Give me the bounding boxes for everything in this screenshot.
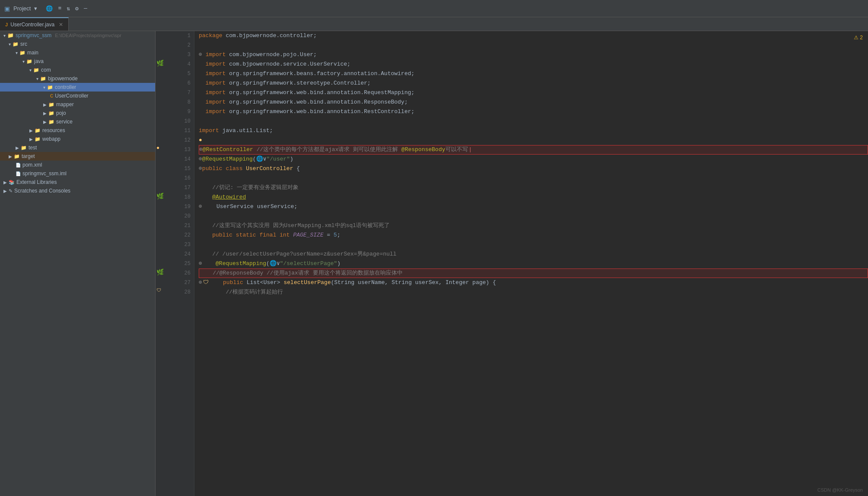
code-content[interactable]: package com.bjpowernode.controller; ⊕ im… (194, 31, 868, 496)
gutter-spring-19: 🌿 (156, 193, 164, 200)
line-num-25: 25 (173, 259, 191, 269)
tool-icon-3[interactable]: ⇅ (67, 5, 70, 12)
line-num-22: 22 (173, 231, 191, 240)
arrow-icon: ▶ (29, 128, 33, 133)
sidebar-item-scratches[interactable]: ▶ ✎ Scratches and Consoles (0, 186, 155, 195)
arrow-icon: ▶ (43, 111, 47, 116)
code-line-20 (199, 212, 868, 221)
toolbar-icons: 🌐 ≡ ⇅ ⚙ — (46, 5, 87, 12)
bjpowernode-label: bjpowernode (48, 76, 78, 82)
line-num-10: 10 (173, 117, 191, 126)
code-line-24: // /user/selectUserPage?userName=z&userS… (199, 250, 868, 259)
project-path: E:\IDEA\Projects\springmvc\spr (55, 33, 121, 38)
line-numbers: 1 2 3 4 5 6 7 8 9 10 11 12 13 14 15 16 1… (173, 31, 194, 496)
xml-icon: 📄 (16, 163, 21, 167)
project-label: Project (13, 5, 31, 12)
sidebar-item-controller[interactable]: ▾ 📁 controller (0, 83, 155, 92)
java-label: java (34, 58, 44, 64)
sidebar-item-mapper[interactable]: ▶ 📁 mapper (0, 100, 155, 109)
project-icon: ▣ (4, 5, 10, 12)
tool-icon-2[interactable]: ≡ (58, 5, 61, 12)
code-line-26: //@ResponseBody //使用ajax请求 要用这个将返回的数据放在响… (199, 269, 868, 278)
code-line-10 (199, 117, 868, 126)
sidebar-item-project[interactable]: ▾ 📁 springmvc_ssm E:\IDEA\Projects\sprin… (0, 31, 155, 40)
tool-icon-5[interactable]: — (84, 5, 87, 12)
sidebar-item-com[interactable]: ▾ 📁 com (0, 66, 155, 74)
sidebar-item-webapp[interactable]: ▶ 📁 webapp (0, 135, 155, 143)
sidebar-item-external-libraries[interactable]: ▶ 📚 External Libraries (0, 178, 155, 186)
arrow-icon: ▶ (9, 154, 12, 159)
arrow-icon: ▾ (43, 85, 45, 90)
code-line-18: @Autowired (199, 193, 868, 202)
target-label: target (22, 153, 35, 159)
gutter: 🌿 ● 🌿 🌿 🛡 (156, 31, 173, 496)
arrow-icon: ▶ (16, 145, 19, 150)
code-line-22: public static final int PAGE_SIZE = 5; (199, 231, 868, 240)
watermark: CSDN @KK-Greyson (817, 487, 863, 493)
code-line-15: ⊕public class UserController { (199, 164, 868, 174)
line-num-5: 5 (173, 69, 191, 79)
code-line-27: ⊕🛡 public List<User> selectUserPage(Stri… (199, 278, 868, 287)
code-area[interactable]: 🌿 ● 🌿 🌿 🛡 1 2 3 4 5 6 7 8 9 10 11 12 1 (156, 31, 868, 496)
folder-icon: 📁 (48, 102, 54, 107)
usercontroller-label: UserController (55, 93, 88, 99)
line-num-9: 9 (173, 107, 191, 117)
arrow-icon: ▾ (36, 76, 38, 81)
java-class-icon: C (50, 94, 53, 98)
arrow-down-icon: ▾ (3, 33, 6, 38)
java-file-icon: J (5, 22, 8, 27)
sidebar-item-usercontroller[interactable]: C UserController (0, 92, 155, 100)
line-num-19: 19 (173, 202, 191, 212)
sidebar-item-src[interactable]: ▾ 📁 src (0, 40, 155, 48)
line-num-7: 7 (173, 88, 191, 98)
tab-usercontroller[interactable]: J UserController.java ✕ (0, 17, 69, 31)
controller-label: controller (55, 84, 76, 90)
top-bar: ▣ Project ▾ 🌐 ≡ ⇅ ⚙ — (0, 0, 868, 17)
main-label: main (27, 50, 38, 56)
close-tab-icon[interactable]: ✕ (59, 22, 63, 28)
mapper-label: mapper (56, 101, 74, 107)
tool-icon-4[interactable]: ⚙ (75, 5, 79, 12)
arrow-icon: ▾ (9, 42, 11, 47)
code-line-23 (199, 240, 868, 250)
code-line-3: ⊕ import com.bjpowernode.pojo.User; (199, 50, 868, 60)
sidebar-item-resources[interactable]: ▶ 📁 resources (0, 126, 155, 135)
sidebar-item-iml[interactable]: 📄 springmvc_ssm.iml (0, 169, 155, 178)
sidebar-item-test[interactable]: ▶ 📁 test (0, 143, 155, 152)
sidebar-item-java[interactable]: ▾ 📁 java (0, 57, 155, 66)
folder-icon: 📁 (35, 136, 41, 142)
code-line-21: //这里写这个其实没用 因为UserMapping.xml中的sql语句被写死了 (199, 221, 868, 231)
code-line-6: import org.springframework.stereotype.Co… (199, 79, 868, 88)
line-num-21: 21 (173, 221, 191, 231)
line-num-12: 12 (173, 136, 191, 145)
watermark-text: CSDN @KK-Greyson (817, 487, 863, 493)
code-line-8: import org.springframework.web.bind.anno… (199, 98, 868, 107)
com-label: com (41, 67, 51, 73)
sidebar-item-service[interactable]: ▶ 📁 service (0, 117, 155, 126)
line-num-18: 18 (173, 193, 191, 202)
code-line-25: ⊕ @RequestMapping(🌐∨"/selectUserPage") (199, 259, 868, 269)
code-line-5: import org.springframework.beans.factory… (199, 69, 868, 79)
sidebar-item-bjpowernode[interactable]: ▾ 📁 bjpowernode (0, 74, 155, 83)
tab-bar: J UserController.java ✕ (0, 17, 868, 31)
external-libraries-label: External Libraries (16, 179, 57, 185)
code-line-9: import org.springframework.web.bind.anno… (199, 107, 868, 117)
sidebar-item-pomxml[interactable]: 📄 pom.xml (0, 161, 155, 169)
line-num-11: 11 (173, 126, 191, 136)
arrow-icon: ▾ (16, 51, 18, 55)
sidebar-item-pojo[interactable]: ▶ 📁 pojo (0, 109, 155, 117)
line-num-4: 4 (173, 60, 191, 69)
line-num-28: 28 (173, 287, 191, 297)
scratch-icon: ✎ (9, 188, 13, 194)
dropdown-icon[interactable]: ▾ (34, 5, 37, 12)
code-line-16 (199, 174, 868, 183)
folder-icon: 📁 (13, 41, 19, 47)
code-line-19: ⊕ UserService userService; (199, 202, 868, 212)
sidebar-item-main[interactable]: ▾ 📁 main (0, 48, 155, 57)
sidebar-item-target[interactable]: ▶ 📁 target (0, 152, 155, 161)
lib-icon: 📚 (9, 180, 15, 185)
code-line-1: package com.bjpowernode.controller; (199, 31, 868, 41)
tool-icon-1[interactable]: 🌐 (46, 5, 53, 12)
pomxml-label: pom.xml (22, 162, 42, 168)
code-line-28: //根据页码计算起始行 (199, 287, 868, 297)
